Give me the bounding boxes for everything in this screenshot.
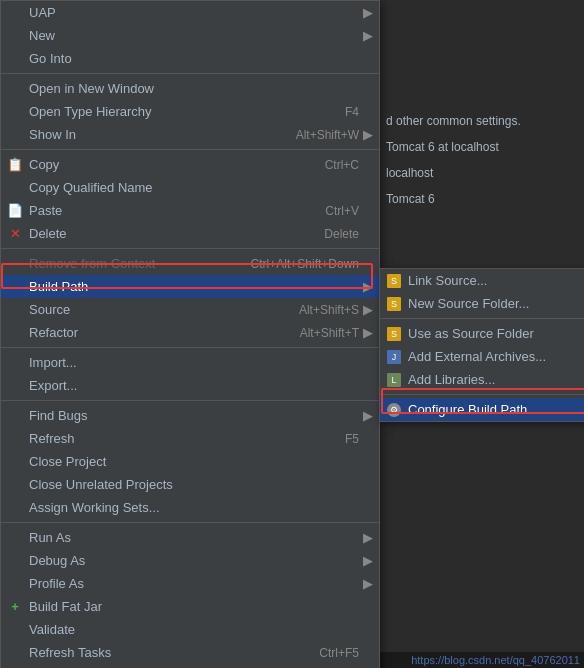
menu-item-find-bugs[interactable]: Find Bugs ▶: [1, 404, 379, 427]
menu-item-paste[interactable]: 📄 Paste Ctrl+V: [1, 199, 379, 222]
menu-item-refresh[interactable]: Refresh F5: [1, 427, 379, 450]
menu-item-validate[interactable]: Validate: [1, 618, 379, 641]
menu-item-refactor[interactable]: Refactor Alt+Shift+T ▶: [1, 321, 379, 344]
src-icon: S: [384, 297, 404, 311]
menu-label: Source: [29, 302, 70, 317]
submenu-label: Use as Source Folder: [408, 326, 534, 341]
menu-label: Remove from Context: [29, 256, 155, 271]
menu-label: Delete: [29, 226, 67, 241]
menu-label: Copy Qualified Name: [29, 180, 153, 195]
src-icon: S: [384, 327, 404, 341]
submenu-item-add-external-archives[interactable]: J Add External Archives...: [380, 345, 584, 368]
menu-label: Run As: [29, 530, 71, 545]
menu-label: Assign Working Sets...: [29, 500, 160, 515]
menu-label: Build Fat Jar: [29, 599, 102, 614]
menu-item-build-fat-jar[interactable]: + Build Fat Jar: [1, 595, 379, 618]
menu-item-delete[interactable]: ✕ Delete Delete: [1, 222, 379, 245]
shortcut-label: Alt+Shift+W: [266, 128, 359, 142]
menu-item-run-as[interactable]: Run As ▶: [1, 526, 379, 549]
src-icon: S: [384, 274, 404, 288]
menu-label: Copy: [29, 157, 59, 172]
ide-row: Tomcat 6: [382, 186, 576, 212]
submenu-item-configure-build-path[interactable]: ⚙ Configure Build Path...: [380, 398, 584, 421]
url-bar: https://blog.csdn.net/qq_40762011: [374, 652, 584, 668]
submenu-item-new-source-folder[interactable]: S New Source Folder...: [380, 292, 584, 315]
submenu-separator: [380, 318, 584, 319]
menu-separator: [1, 73, 379, 74]
menu-item-refresh-tasks[interactable]: Refresh Tasks Ctrl+F5: [1, 641, 379, 664]
menu-item-close-unrelated[interactable]: Close Unrelated Projects: [1, 473, 379, 496]
menu-label: Export...: [29, 378, 77, 393]
menu-label: UAP: [29, 5, 56, 20]
menu-label: Build Path: [29, 279, 88, 294]
menu-label: New: [29, 28, 55, 43]
menu-item-build-path[interactable]: Build Path ▶: [1, 275, 379, 298]
shortcut-label: F4: [315, 105, 359, 119]
menu-label: Refresh Tasks: [29, 645, 111, 660]
menu-item-open-new-window[interactable]: Open in New Window: [1, 77, 379, 100]
arrow-icon: ▶: [363, 576, 373, 591]
menu-item-copy[interactable]: 📋 Copy Ctrl+C: [1, 153, 379, 176]
menu-item-copy-qualified[interactable]: Copy Qualified Name: [1, 176, 379, 199]
ide-row: d other common settings.: [382, 108, 576, 134]
menu-item-new[interactable]: New ▶: [1, 24, 379, 47]
menu-separator: [1, 522, 379, 523]
context-menu: UAP ▶ New ▶ Go Into Open in New Window O…: [0, 0, 380, 668]
menu-label: Show In: [29, 127, 76, 142]
shortcut-label: Ctrl+Alt+Shift+Down: [221, 257, 359, 271]
ide-row: localhost: [382, 160, 576, 186]
menu-label: Paste: [29, 203, 62, 218]
menu-item-format-javascript[interactable]: Format JavaScript: [1, 664, 379, 668]
shortcut-label: Delete: [294, 227, 359, 241]
menu-label: Refactor: [29, 325, 78, 340]
build-path-submenu: S Link Source... S New Source Folder... …: [379, 268, 584, 422]
menu-label: Open in New Window: [29, 81, 154, 96]
arrow-icon: ▶: [363, 530, 373, 545]
menu-item-go-into[interactable]: Go Into: [1, 47, 379, 70]
submenu-item-use-as-source[interactable]: S Use as Source Folder: [380, 322, 584, 345]
menu-item-show-in[interactable]: Show In Alt+Shift+W ▶: [1, 123, 379, 146]
submenu-item-add-libraries[interactable]: L Add Libraries...: [380, 368, 584, 391]
submenu-label: Add Libraries...: [408, 372, 495, 387]
submenu-item-link-source[interactable]: S Link Source...: [380, 269, 584, 292]
menu-item-profile-as[interactable]: Profile As ▶: [1, 572, 379, 595]
shortcut-label: Alt+Shift+S: [269, 303, 359, 317]
shortcut-label: F5: [315, 432, 359, 446]
submenu-label: Link Source...: [408, 273, 488, 288]
menu-item-open-type-hierarchy[interactable]: Open Type Hierarchy F4: [1, 100, 379, 123]
shortcut-label: Alt+Shift+T: [270, 326, 359, 340]
menu-item-debug-as[interactable]: Debug As ▶: [1, 549, 379, 572]
menu-item-close-project[interactable]: Close Project: [1, 450, 379, 473]
shortcut-label: Ctrl+C: [295, 158, 359, 172]
menu-item-source[interactable]: Source Alt+Shift+S ▶: [1, 298, 379, 321]
paste-icon: 📄: [5, 203, 25, 218]
arrow-icon: ▶: [363, 302, 373, 317]
menu-label: Refresh: [29, 431, 75, 446]
arrow-icon: ▶: [363, 408, 373, 423]
shortcut-label: Ctrl+F5: [289, 646, 359, 660]
menu-separator: [1, 400, 379, 401]
gear-icon: ⚙: [384, 403, 404, 417]
arrow-icon: ▶: [363, 325, 373, 340]
menu-separator: [1, 347, 379, 348]
submenu-label: Configure Build Path...: [408, 402, 538, 417]
submenu-label: New Source Folder...: [408, 296, 529, 311]
shortcut-label: Ctrl+V: [295, 204, 359, 218]
submenu-label: Add External Archives...: [408, 349, 546, 364]
menu-label: Profile As: [29, 576, 84, 591]
arrow-icon: ▶: [363, 279, 373, 294]
menu-item-uap[interactable]: UAP ▶: [1, 1, 379, 24]
jar-icon: J: [384, 350, 404, 364]
menu-label: Close Project: [29, 454, 106, 469]
menu-item-export[interactable]: Export...: [1, 374, 379, 397]
menu-label: Debug As: [29, 553, 85, 568]
arrow-icon: ▶: [363, 553, 373, 568]
menu-label: Find Bugs: [29, 408, 88, 423]
menu-item-import[interactable]: Import...: [1, 351, 379, 374]
arrow-icon: ▶: [363, 5, 373, 20]
menu-label: Import...: [29, 355, 77, 370]
delete-icon: ✕: [5, 226, 25, 241]
menu-label: Go Into: [29, 51, 72, 66]
menu-label: Open Type Hierarchy: [29, 104, 152, 119]
menu-item-assign-working-sets[interactable]: Assign Working Sets...: [1, 496, 379, 519]
